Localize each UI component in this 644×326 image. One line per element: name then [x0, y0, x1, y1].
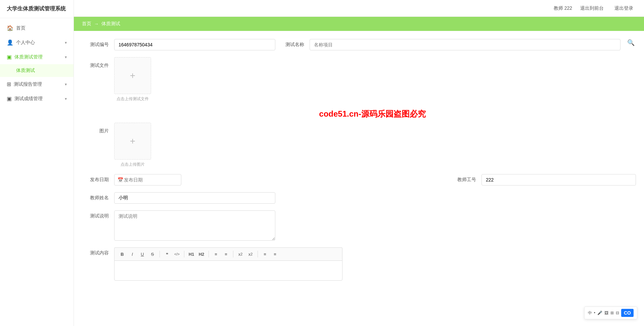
sidebar-item-fitness-mgmt[interactable]: ▣ 体质测试管理 ▾ [0, 50, 74, 64]
sidebar-item-report-mgmt[interactable]: ⊞ 测试报告管理 ▾ [0, 77, 74, 91]
editor-toolbar: B I U S ❝ </> H1 H2 ≡ ≡ x2 [114, 247, 342, 260]
page-body: 测试编号 测试名称 🔍 测试文件 + 点击上传测试文件 code51.cn-源码… [74, 31, 644, 326]
chevron-down-icon-3: ▾ [65, 82, 67, 87]
sidebar-personal-label: 个人中心 [16, 40, 35, 46]
date-input-wrapper: 📅 [114, 174, 181, 186]
label-teacher-no: 教师工号 [449, 174, 476, 183]
form-row-teacher-name: 教师姓名 [82, 192, 636, 204]
sidebar-item-score-mgmt[interactable]: ▣ 测试成绩管理 ▾ [0, 91, 74, 106]
toolbar-divider-3 [209, 251, 209, 257]
form-row-test-id: 测试编号 测试名称 🔍 [82, 39, 636, 50]
person-icon: 👤 [7, 39, 13, 46]
toolbar-bold[interactable]: B [118, 250, 127, 258]
upload-file-box[interactable]: + [114, 57, 151, 94]
toolbar-divider-4 [233, 251, 233, 257]
label-test-desc: 测试说明 [82, 210, 109, 219]
search-icon: 🔍 [626, 39, 636, 46]
input-teacher-name[interactable] [114, 192, 275, 204]
toolbar-divider-5 [258, 251, 258, 257]
corner-icon-grid: ⊞ [610, 311, 614, 315]
copyright-watermark: code51.cn-源码乐园盗图必究 [109, 109, 636, 119]
corner-badge-co: CO [621, 309, 634, 317]
corner-icon-mic: 🎤 [597, 311, 602, 315]
app-header: 教师 222 退出到前台 退出登录 [74, 0, 644, 17]
chevron-down-icon-4: ▾ [65, 96, 67, 101]
form-row-image: 图片 + 点击上传图片 [82, 123, 636, 167]
upload-image-box[interactable]: + [114, 123, 151, 160]
toolbar-h1[interactable]: H1 [187, 250, 196, 258]
input-teacher-no[interactable] [481, 174, 636, 186]
upload-file-hint: 点击上传测试文件 [117, 96, 149, 102]
sidebar: 大学生体质测试管理系统 🏠 首页 👤 个人中心 ▾ ▣ 体质测试管理 ▾ 体质测… [0, 0, 74, 326]
form-row-test-desc: 测试说明 [82, 210, 636, 241]
breadcrumb-arrow: → [94, 21, 99, 27]
sidebar-report-mgmt-label: 测试报告管理 [14, 81, 42, 87]
sidebar-fitness-test-label: 体质测试 [16, 68, 35, 73]
toolbar-align-right[interactable]: ≡ [271, 250, 279, 258]
sidebar-item-personal[interactable]: 👤 个人中心 ▾ [0, 35, 74, 50]
label-test-content: 测试内容 [82, 247, 109, 256]
corner-icon-dot: • [594, 311, 595, 315]
header-user: 教师 222 [554, 5, 572, 11]
toolbar-strikethrough[interactable]: S [148, 250, 157, 258]
breadcrumb-current: 体质测试 [101, 21, 120, 27]
editor-content-area[interactable] [114, 260, 342, 281]
breadcrumb-home[interactable]: 首页 [82, 21, 91, 27]
sidebar-score-mgmt-label: 测试成绩管理 [14, 96, 43, 102]
main-content: 教师 222 退出到前台 退出登录 首页 → 体质测试 测试编号 测试名称 🔍 … [74, 0, 644, 326]
form-row-test-content: 测试内容 B I U S ❝ </> H1 H2 ≡ [82, 247, 636, 281]
home-icon: 🏠 [7, 25, 13, 31]
score-icon: ▣ [7, 95, 12, 102]
toolbar-align-left[interactable]: ≡ [261, 250, 269, 258]
sidebar-menu: 🏠 首页 👤 个人中心 ▾ ▣ 体质测试管理 ▾ 体质测试 ⊞ 测试报告管理 ▾ [0, 18, 74, 326]
form-row-test-file: 测试文件 + 点击上传测试文件 [82, 57, 636, 102]
toolbar-code[interactable]: </> [173, 250, 181, 258]
input-publish-date[interactable] [114, 174, 181, 186]
sidebar-item-home[interactable]: 🏠 首页 [0, 21, 74, 35]
calendar-icon: 📅 [118, 177, 123, 182]
chevron-down-icon: ▾ [65, 40, 67, 45]
btn-front[interactable]: 退出到前台 [578, 4, 606, 13]
label-test-number: 测试编号 [82, 39, 109, 48]
toolbar-ul[interactable]: ≡ [212, 250, 220, 258]
sidebar-item-fitness-test[interactable]: 体质测试 [0, 64, 74, 77]
input-test-name[interactable] [310, 39, 620, 50]
chevron-down-icon-2: ▾ [65, 55, 67, 59]
fitness-icon: ▣ [7, 54, 12, 60]
form-row-date-teacher: 发布日期 📅 教师工号 [82, 174, 636, 186]
toolbar-blockquote[interactable]: ❝ [163, 250, 171, 258]
label-publish-date: 发布日期 [82, 174, 109, 183]
textarea-test-desc[interactable] [114, 210, 275, 241]
toolbar-h2[interactable]: H2 [197, 250, 206, 258]
report-icon: ⊞ [7, 81, 11, 87]
editor-wrapper: B I U S ❝ </> H1 H2 ≡ ≡ x2 [114, 247, 342, 281]
label-teacher-name: 教师姓名 [82, 192, 109, 201]
sidebar-fitness-mgmt-label: 体质测试管理 [14, 54, 43, 60]
corner-icon-zh: 中 [588, 310, 592, 316]
label-image: 图片 [82, 123, 109, 134]
toolbar-ol[interactable]: ≡ [222, 250, 230, 258]
breadcrumb: 首页 → 体质测试 [74, 17, 644, 31]
corner-icon-settings: ⊟ [616, 311, 619, 315]
plus-icon: + [130, 70, 135, 81]
toolbar-divider-2 [184, 251, 184, 257]
label-test-file: 测试文件 [82, 57, 109, 69]
toolbar-underline[interactable]: U [138, 250, 147, 258]
upload-image-hint: 点击上传图片 [121, 162, 145, 167]
app-title: 大学生体质测试管理系统 [0, 0, 74, 18]
sidebar-home-label: 首页 [16, 25, 26, 31]
label-test-name: 测试名称 [281, 39, 304, 48]
toolbar-italic[interactable]: I [128, 250, 137, 258]
toolbar-divider-1 [159, 251, 160, 257]
toolbar-sub[interactable]: x2 [236, 250, 245, 258]
btn-logout[interactable]: 退出登录 [612, 4, 636, 13]
corner-badge: 中 • 🎤 🖼 ⊞ ⊟ CO [584, 307, 637, 319]
input-test-number[interactable] [114, 39, 275, 50]
toolbar-sup[interactable]: x2 [246, 250, 255, 258]
plus-icon-2: + [130, 136, 135, 147]
corner-icon-img: 🖼 [604, 311, 608, 315]
